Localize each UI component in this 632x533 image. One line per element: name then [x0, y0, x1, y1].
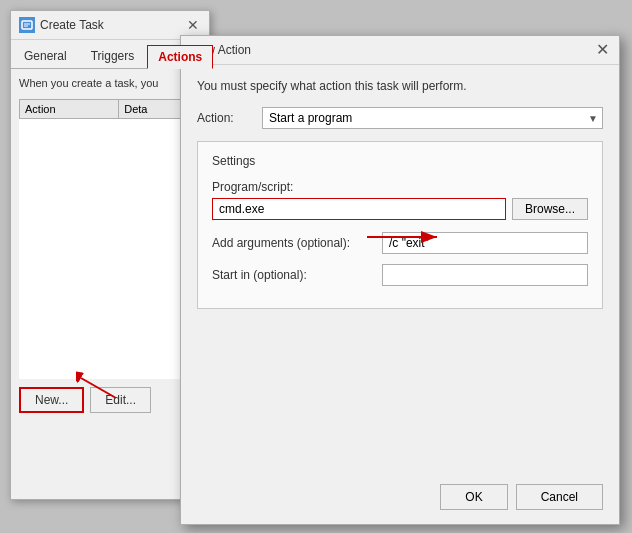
browse-button[interactable]: Browse...: [512, 198, 588, 220]
settings-title: Settings: [212, 154, 588, 168]
program-script-row: Browse...: [212, 198, 588, 220]
add-args-row: Add arguments (optional):: [212, 232, 588, 254]
cancel-button[interactable]: Cancel: [516, 484, 603, 510]
new-action-dialog: New Action ✕ You must specify what actio…: [180, 35, 620, 525]
tabs-bar: General Triggers Actions: [11, 40, 209, 69]
new-action-close-button[interactable]: ✕: [596, 42, 609, 58]
create-task-icon: [19, 17, 35, 33]
tab-general[interactable]: General: [13, 44, 78, 68]
svg-rect-0: [22, 21, 32, 29]
new-action-titlebar: New Action ✕: [181, 36, 619, 65]
actions-table: Action Deta: [19, 99, 201, 379]
ok-button[interactable]: OK: [440, 484, 507, 510]
tab-triggers[interactable]: Triggers: [80, 44, 146, 68]
arrow-indicator: [76, 370, 126, 404]
new-action-description: You must specify what action this task w…: [197, 79, 603, 93]
args-arrow-icon: [367, 222, 447, 252]
action-dropdown-container: Start a program Send an e-mail (deprecat…: [262, 107, 603, 129]
create-task-close-button[interactable]: ✕: [185, 17, 201, 33]
start-in-input[interactable]: [382, 264, 588, 286]
action-col-header: Action: [20, 100, 119, 119]
program-script-label: Program/script:: [212, 180, 588, 194]
action-select[interactable]: Start a program Send an e-mail (deprecat…: [262, 107, 603, 129]
action-label: Action:: [197, 111, 262, 125]
svg-line-4: [81, 378, 116, 398]
new-action-footer: OK Cancel: [440, 484, 603, 510]
action-field-row: Action: Start a program Send an e-mail (…: [197, 107, 603, 129]
new-action-body: You must specify what action this task w…: [181, 65, 619, 335]
start-in-label: Start in (optional):: [212, 268, 382, 282]
create-task-description: When you create a task, you: [19, 77, 201, 89]
settings-box: Settings Program/script: Browse... Add a…: [197, 141, 603, 309]
create-task-title: Create Task: [40, 18, 104, 32]
program-script-input[interactable]: [212, 198, 506, 220]
new-button[interactable]: New...: [19, 387, 84, 413]
add-args-label: Add arguments (optional):: [212, 236, 382, 250]
start-in-row: Start in (optional):: [212, 264, 588, 286]
tab-actions[interactable]: Actions: [147, 45, 213, 69]
